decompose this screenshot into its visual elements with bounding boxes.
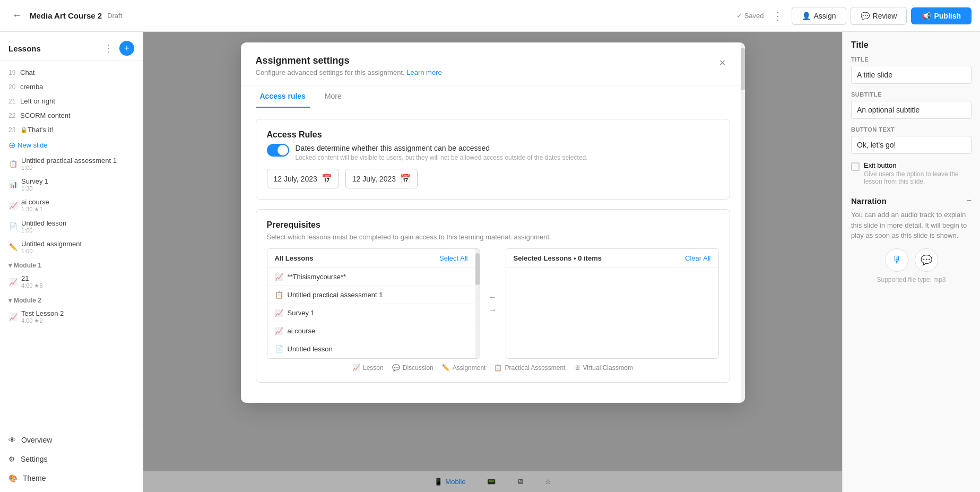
overview-icon: 👁 <box>8 436 16 444</box>
header-actions: ✓ Saved ⋮ 👤 Assign 💬 Review 📢 Publish <box>736 7 972 25</box>
publish-icon: 📢 <box>922 12 931 20</box>
sidebar-item-overview[interactable]: 👁 Overview <box>0 430 143 450</box>
new-slide-button[interactable]: ⊕ New slide <box>0 137 143 153</box>
microphone-icon: 🎙 <box>892 254 901 265</box>
app-header: ← Media Art Course 2 Draft ✓ Saved ⋮ 👤 A… <box>0 0 980 32</box>
lesson-icon: 📈 <box>8 277 18 287</box>
narration-description: You can add an audio track to explain th… <box>851 210 972 241</box>
legend-lesson: 📈 Lesson <box>352 364 384 372</box>
saved-status: ✓ Saved <box>736 12 764 20</box>
module-1-label[interactable]: ▾ Module 1 <box>0 257 143 271</box>
record-audio-button[interactable]: 🎙 <box>885 248 908 272</box>
tab-more[interactable]: More <box>320 85 346 108</box>
legend-virtual-classroom: 🖥 Virtual Classroom <box>574 364 633 372</box>
button-text-field-value[interactable]: Ok, let's go! <box>851 136 972 154</box>
theme-icon: 🎨 <box>8 474 18 482</box>
lesson-icon: 📈 <box>8 201 18 210</box>
list-item[interactable]: 20 cremba <box>0 80 143 94</box>
sidebar-title: Lessons <box>8 44 101 53</box>
assessment-icon: 📋 <box>275 291 283 299</box>
list-item[interactable]: 📋 Untitled practical assessment 1 1:00 <box>0 153 143 174</box>
clear-all-button[interactable]: Clear All <box>685 254 710 262</box>
modal-title: Assignment settings <box>256 55 730 66</box>
arrow-left-button[interactable]: ← <box>489 292 497 302</box>
module-2-label[interactable]: ▾ Module 2 <box>0 292 143 306</box>
plus-icon: ⊕ <box>8 140 15 150</box>
narration-collapse-button[interactable]: − <box>967 196 972 205</box>
lesson-icon: 📈 <box>275 273 283 281</box>
prerequisites-legend: 📈 Lesson 💬 Discussion ✏️ Assignment <box>267 359 719 372</box>
more-options-button[interactable]: ⋮ <box>768 7 787 24</box>
list-item[interactable]: 📈 Survey 1 <box>267 304 475 322</box>
end-date-input[interactable]: 12 July, 2023 📅 <box>345 169 418 188</box>
add-lesson-button[interactable]: + <box>119 41 134 56</box>
toggle-label: Dates determine whether this assignment … <box>296 144 588 152</box>
publish-button[interactable]: 📢 Publish <box>911 7 972 24</box>
assignment-settings-modal: Assignment settings Configure advanced s… <box>241 42 745 403</box>
button-text-field-label: BUTTON TEXT <box>851 126 972 133</box>
scroll-track <box>475 249 480 358</box>
sidebar: Lessons ⋮ + 19 Chat 20 cremba 21 Left or… <box>0 32 143 492</box>
lesson-icon: 📄 <box>8 222 18 231</box>
sidebar-nav: 👁 Overview ⚙ Settings 🎨 Theme <box>0 426 143 492</box>
toggle-row: Dates determine whether this assignment … <box>267 144 719 161</box>
access-dates-toggle[interactable] <box>267 144 289 157</box>
list-item[interactable]: 📈 ai course <box>267 322 475 340</box>
list-item[interactable]: 📊 Survey 1 1:30 <box>0 174 143 195</box>
list-item[interactable]: 19 Chat <box>0 65 143 80</box>
narration-actions: 🎙 💬 <box>851 248 972 272</box>
title-field-value[interactable]: A title slide <box>851 66 972 84</box>
practical-assessment-icon: 📋 <box>494 364 502 372</box>
assign-button[interactable]: 👤 Assign <box>792 7 846 25</box>
back-button[interactable]: ← <box>8 7 25 24</box>
upload-audio-button[interactable]: 💬 <box>915 248 938 272</box>
main-content: 📱 Mobile 📟 🖥 ☆ Assignment settings Confi… <box>143 32 842 492</box>
modal-scroll-track <box>741 42 745 403</box>
title-section-header: Title <box>851 40 972 50</box>
legend-assignment: ✏️ Assignment <box>442 364 486 372</box>
discussion-icon: 💬 <box>392 364 400 372</box>
access-rules-card: Access Rules Dates determine whether thi… <box>256 119 730 200</box>
subtitle-field-value[interactable]: An optional subtitle <box>851 101 972 119</box>
draft-badge: Draft <box>107 12 122 20</box>
exit-button-row: Exit button Give users the option to lea… <box>851 161 972 185</box>
list-item[interactable]: 22 SCORM content <box>0 108 143 123</box>
prerequisites-card: Prerequisites Select which lessons must … <box>256 209 730 383</box>
list-item[interactable]: 📄 Untitled lesson 1:00 <box>0 216 143 237</box>
prerequisites-title: Prerequisites <box>267 220 719 230</box>
modal-body: Access Rules Dates determine whether thi… <box>241 108 745 403</box>
list-item[interactable]: 📈 Test Lesson 2 4:00 ★2 <box>0 306 143 327</box>
sidebar-options-button[interactable]: ⋮ <box>101 40 115 56</box>
all-lessons-title: All Lessons <box>275 254 314 262</box>
modal-close-button[interactable]: × <box>715 55 730 70</box>
sidebar-item-settings[interactable]: ⚙ Settings <box>0 450 143 469</box>
list-item[interactable]: 📄 Untitled lesson <box>267 340 475 358</box>
review-icon: 💬 <box>861 12 870 20</box>
list-item[interactable]: 📈 ai course 1:30 ★1 <box>0 195 143 216</box>
lesson-icon: 📈 <box>8 312 18 322</box>
list-item[interactable]: 📈 21 4:00 ★8 <box>0 271 143 292</box>
lesson-icon: 📄 <box>275 345 283 353</box>
selected-lessons-list <box>506 268 718 353</box>
start-date-input[interactable]: 12 July, 2023 📅 <box>267 169 339 188</box>
arrow-right-button[interactable]: → <box>489 305 497 315</box>
list-item[interactable]: 21 Left or right <box>0 94 143 108</box>
date-row: 12 July, 2023 📅 12 July, 2023 📅 <box>267 169 719 188</box>
learn-more-link[interactable]: Learn more <box>406 68 441 76</box>
list-item[interactable]: 📈 **Thisismycourse** <box>267 268 475 286</box>
prerequisites-columns: All Lessons Select All 📈 **Thisismycours… <box>267 248 719 359</box>
list-item[interactable]: ✏️ Untitled assignment 1:00 <box>0 237 143 257</box>
list-item[interactable]: 23 🔒 That's it! <box>0 123 143 137</box>
course-title: Media Art Course 2 <box>30 11 102 20</box>
prerequisites-subtitle: Select which lessons must be completed t… <box>267 233 719 241</box>
review-button[interactable]: 💬 Review <box>851 7 907 25</box>
selected-lessons-column: Selected Lessons • 0 items Clear All <box>506 248 719 359</box>
sidebar-header: Lessons ⋮ + <box>0 32 143 61</box>
list-item[interactable]: 📋 Untitled practical assessment 1 <box>267 286 475 304</box>
tab-access-rules[interactable]: Access rules <box>256 85 310 108</box>
exit-button-checkbox[interactable] <box>851 162 860 171</box>
lesson-icon: 📈 <box>275 327 283 335</box>
sidebar-item-theme[interactable]: 🎨 Theme <box>0 469 143 488</box>
select-all-button[interactable]: Select All <box>439 254 467 262</box>
sidebar-lesson-list: 19 Chat 20 cremba 21 Left or right 22 SC… <box>0 61 143 426</box>
